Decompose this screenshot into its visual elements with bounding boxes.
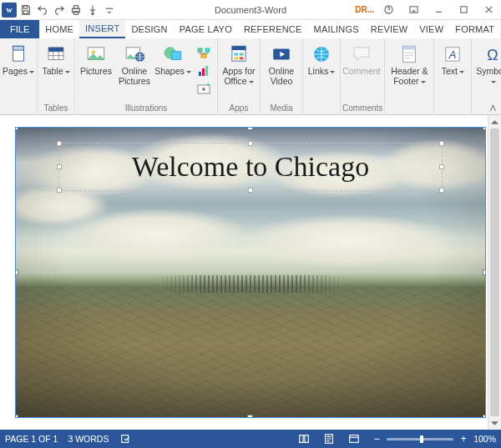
textbox-handle[interactable] (439, 188, 444, 193)
ribbon-options-icon[interactable] (402, 2, 424, 18)
shapes-label: Shapes (154, 67, 191, 77)
svg-rect-23 (202, 68, 205, 76)
apps-for-office-icon (227, 43, 250, 66)
textbox-handle[interactable] (248, 141, 253, 146)
tab-format[interactable]: FORMAT (449, 20, 500, 38)
document-canvas[interactable]: Welcome to Chicago (0, 115, 501, 430)
resize-handle[interactable] (247, 415, 253, 418)
maximize-icon[interactable] (453, 2, 474, 18)
text-box[interactable]: Welcome to Chicago (58, 143, 443, 191)
screenshot-icon[interactable] (195, 81, 212, 98)
ribbon-tabs: FILE HOME INSERT DESIGN PAGE LAYO REFERE… (0, 20, 501, 38)
svg-rect-21 (201, 54, 206, 58)
svg-rect-4 (73, 11, 78, 14)
zoom-control: − + 100% (372, 434, 496, 444)
smartart-icon[interactable] (195, 44, 212, 61)
svg-rect-22 (199, 72, 201, 76)
textbox-handle[interactable] (248, 188, 253, 193)
status-words[interactable]: 3 WORDS (68, 434, 109, 444)
tab-insert[interactable]: INSERT (79, 20, 125, 38)
status-page[interactable]: PAGE 1 OF 1 (5, 434, 58, 444)
tab-file[interactable]: FILE (0, 20, 39, 38)
svg-rect-12 (48, 48, 63, 52)
resize-handle[interactable] (15, 269, 18, 275)
textbox-handle[interactable] (57, 188, 62, 193)
group-label-apps: Apps (220, 103, 258, 113)
qat-customize-icon[interactable] (102, 3, 117, 18)
zoom-out-button[interactable]: − (372, 434, 382, 444)
svg-rect-8 (460, 7, 466, 13)
group-links: Links (303, 38, 341, 114)
tab-view[interactable]: VIEW (413, 20, 449, 38)
group-illustrations: Pictures Online Pictures Shapes Illustra… (75, 38, 218, 114)
zoom-percent[interactable]: 100% (473, 434, 496, 444)
status-bar: PAGE 1 OF 1 3 WORDS − + 100% (0, 430, 501, 448)
scroll-thumb[interactable] (490, 128, 499, 416)
symbols-button[interactable]: Ω Symbols (473, 41, 501, 86)
zoom-in-button[interactable]: + (458, 434, 468, 444)
online-video-button[interactable]: Online Video (262, 41, 301, 86)
resize-handle[interactable] (247, 127, 253, 130)
pages-icon (7, 43, 30, 66)
redo-icon[interactable] (52, 3, 67, 18)
help-icon[interactable] (377, 2, 399, 18)
links-button[interactable]: Links (305, 41, 338, 77)
collapse-ribbon-icon[interactable]: ᐱ (490, 103, 496, 113)
text-box-text: Welcome to Chicago (132, 151, 369, 183)
zoom-slider-thumb[interactable] (420, 435, 423, 443)
close-icon[interactable] (478, 2, 499, 18)
scroll-down-icon[interactable] (488, 416, 501, 430)
print-icon[interactable] (68, 3, 84, 18)
chart-icon[interactable] (195, 63, 212, 79)
scroll-up-icon[interactable] (488, 115, 501, 128)
svg-rect-32 (234, 57, 238, 59)
save-icon[interactable] (18, 3, 33, 18)
zoom-slider[interactable] (387, 438, 453, 440)
tab-review[interactable]: REVIEW (365, 20, 414, 38)
tab-references[interactable]: REFERENCE (238, 20, 308, 38)
header-footer-button[interactable]: Header & Footer (387, 41, 432, 86)
resize-handle[interactable] (15, 127, 18, 130)
tab-design[interactable]: DESIGN (125, 20, 173, 38)
online-pictures-button[interactable]: Online Pictures (115, 41, 154, 86)
shapes-button[interactable]: Shapes (154, 41, 192, 77)
group-comments: Comment Comments (341, 38, 385, 114)
resize-handle[interactable] (15, 415, 18, 418)
svg-rect-31 (240, 53, 244, 55)
apps-for-office-button[interactable]: Apps for Office (220, 41, 258, 86)
undo-icon[interactable] (35, 3, 50, 18)
tab-home[interactable]: HOME (39, 20, 79, 38)
svg-text:A: A (448, 48, 457, 61)
svg-rect-37 (403, 46, 416, 49)
textbox-handle[interactable] (439, 141, 444, 146)
group-tables: Table Tables (38, 38, 75, 114)
svg-text:Ω: Ω (488, 47, 498, 63)
read-mode-icon[interactable] (296, 431, 311, 446)
resize-handle[interactable] (483, 415, 486, 418)
resize-handle[interactable] (483, 269, 486, 275)
spellcheck-icon[interactable] (119, 431, 134, 446)
tab-mailings[interactable]: MAILINGS (308, 20, 365, 38)
touch-mode-icon[interactable] (85, 3, 100, 18)
textbox-handle[interactable] (57, 164, 62, 169)
inserted-picture[interactable]: Welcome to Chicago (15, 127, 486, 418)
table-button[interactable]: Table (39, 41, 73, 77)
table-icon (44, 43, 68, 66)
comment-icon (350, 43, 373, 66)
account-badge[interactable]: DR... (355, 5, 374, 14)
title-bar: w Document3 - Word DR... (0, 0, 501, 20)
web-layout-icon[interactable] (347, 431, 362, 446)
textbox-handle[interactable] (439, 164, 444, 169)
print-layout-icon[interactable] (321, 431, 337, 446)
resize-handle[interactable] (483, 127, 486, 130)
textbox-handle[interactable] (57, 141, 62, 146)
tab-page-layout[interactable]: PAGE LAYO (174, 20, 238, 38)
links-icon (310, 43, 333, 66)
text-button[interactable]: A Text (436, 41, 469, 77)
minimize-icon[interactable] (428, 2, 449, 18)
vertical-scrollbar[interactable] (488, 115, 501, 430)
group-media: Online Video Media (261, 38, 303, 114)
pages-button[interactable]: Pages (2, 41, 35, 77)
pictures-button[interactable]: Pictures (77, 41, 115, 77)
group-label-tables: Tables (39, 103, 73, 113)
